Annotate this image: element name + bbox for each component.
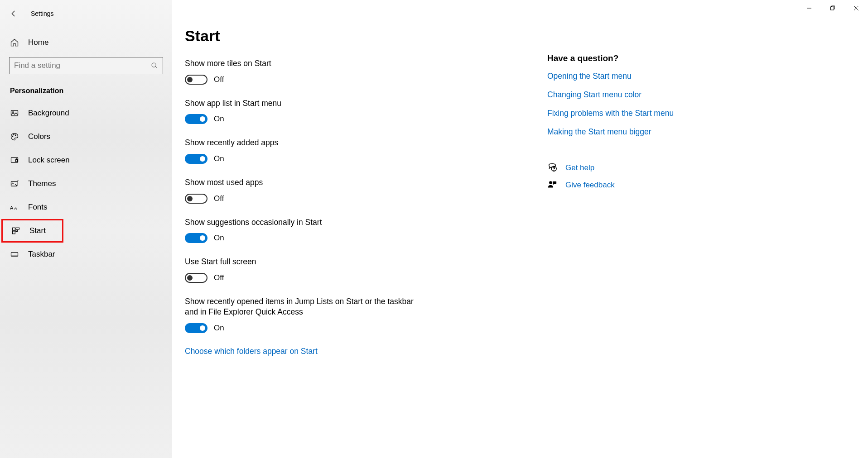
toggle-state: Off <box>214 75 224 84</box>
give-feedback-label: Give feedback <box>565 181 615 190</box>
svg-rect-13 <box>16 230 17 231</box>
sidebar-item-label: Fonts <box>28 203 48 212</box>
svg-point-18 <box>554 170 554 170</box>
help-link-bigger[interactable]: Making the Start menu bigger <box>547 127 854 137</box>
help-icon <box>547 163 557 173</box>
toggle-full-screen[interactable] <box>185 273 207 283</box>
home-icon <box>10 38 19 47</box>
toggle-most-used[interactable] <box>185 194 207 204</box>
toggle-state: On <box>214 234 224 243</box>
sidebar-item-label: Start <box>29 226 46 235</box>
setting-suggestions: Show suggestions occasionally in Start O… <box>185 217 534 243</box>
sidebar-item-label: Colors <box>28 132 50 141</box>
sidebar-item-start[interactable]: Start <box>1 219 63 243</box>
palette-icon <box>10 132 19 141</box>
sidebar-item-label: Background <box>28 109 69 118</box>
setting-label: Use Start full screen <box>185 257 420 267</box>
window-title: Settings <box>31 10 54 17</box>
sidebar-item-lock-screen[interactable]: Lock screen <box>0 148 172 172</box>
help-link-open-start[interactable]: Opening the Start menu <box>547 72 854 81</box>
search-icon <box>151 62 158 69</box>
setting-label: Show more tiles on Start <box>185 58 420 69</box>
sidebar-item-label: Lock screen <box>28 156 70 165</box>
svg-point-3 <box>12 136 13 137</box>
minimize-button[interactable] <box>797 0 821 16</box>
lock-screen-icon <box>10 156 19 165</box>
toggle-state: On <box>214 114 224 124</box>
svg-point-2 <box>13 112 14 113</box>
toggle-jump-lists[interactable] <box>185 323 207 333</box>
give-feedback-row[interactable]: Give feedback <box>547 180 854 190</box>
sidebar-section: Personalization <box>10 87 172 95</box>
setting-label: Show recently added apps <box>185 138 420 148</box>
back-button[interactable] <box>9 9 18 18</box>
search-input[interactable] <box>14 61 151 70</box>
sidebar-item-themes[interactable]: Themes <box>0 172 172 196</box>
setting-label: Show recently opened items in Jump Lists… <box>185 296 420 318</box>
toggle-state: On <box>214 324 224 333</box>
themes-icon <box>10 179 19 188</box>
fonts-icon: AA <box>10 203 19 212</box>
toggle-state: Off <box>214 273 224 282</box>
maximize-button[interactable] <box>821 0 844 16</box>
svg-rect-11 <box>13 228 15 230</box>
sidebar-item-background[interactable]: Background <box>0 101 172 125</box>
setting-show-more-tiles: Show more tiles on Start Off <box>185 58 534 85</box>
toggle-state: Off <box>214 194 224 203</box>
help-title: Have a question? <box>547 53 854 63</box>
svg-rect-22 <box>831 7 834 10</box>
sidebar-item-taskbar[interactable]: Taskbar <box>0 243 172 266</box>
setting-label: Show suggestions occasionally in Start <box>185 217 420 228</box>
setting-full-screen: Use Start full screen Off <box>185 257 534 283</box>
svg-point-5 <box>15 135 16 136</box>
sidebar-home[interactable]: Home <box>0 32 172 53</box>
feedback-icon <box>547 180 557 190</box>
sidebar-item-fonts[interactable]: AA Fonts <box>0 196 172 219</box>
search-box[interactable] <box>9 57 163 74</box>
picture-icon <box>10 109 19 118</box>
svg-text:A: A <box>14 206 17 210</box>
toggle-state: On <box>214 154 224 163</box>
help-link-fix-problems[interactable]: Fixing problems with the Start menu <box>547 109 854 118</box>
svg-rect-14 <box>13 231 15 234</box>
svg-point-0 <box>152 63 156 67</box>
svg-point-19 <box>549 181 552 184</box>
page-title: Start <box>185 27 534 45</box>
svg-text:A: A <box>10 205 14 210</box>
sidebar-item-colors[interactable]: Colors <box>0 125 172 148</box>
toggle-recently-added[interactable] <box>185 154 207 164</box>
choose-folders-link[interactable]: Choose which folders appear on Start <box>185 347 534 356</box>
get-help-row[interactable]: Get help <box>547 163 854 173</box>
sidebar: Settings Home Personalization Background <box>0 0 172 458</box>
svg-rect-20 <box>553 181 556 184</box>
setting-show-app-list: Show app list in Start menu On <box>185 98 534 124</box>
get-help-label: Get help <box>565 163 594 172</box>
toggle-suggestions[interactable] <box>185 233 207 243</box>
svg-rect-7 <box>16 159 18 162</box>
close-button[interactable] <box>844 0 868 16</box>
setting-recently-added: Show recently added apps On <box>185 138 534 164</box>
toggle-show-app-list[interactable] <box>185 114 207 124</box>
svg-rect-15 <box>11 253 18 256</box>
taskbar-icon <box>10 250 19 259</box>
sidebar-item-label: Taskbar <box>28 250 55 259</box>
setting-most-used: Show most used apps Off <box>185 177 534 204</box>
setting-label: Show app list in Start menu <box>185 98 420 109</box>
svg-rect-12 <box>16 228 19 229</box>
start-icon <box>11 226 20 235</box>
setting-jump-lists: Show recently opened items in Jump Lists… <box>185 296 534 333</box>
svg-point-4 <box>14 134 14 135</box>
setting-label: Show most used apps <box>185 177 420 188</box>
help-link-change-color[interactable]: Changing Start menu color <box>547 90 854 100</box>
sidebar-home-label: Home <box>28 38 48 47</box>
sidebar-item-label: Themes <box>28 179 56 188</box>
toggle-show-more-tiles[interactable] <box>185 75 207 85</box>
svg-rect-1 <box>11 110 18 116</box>
